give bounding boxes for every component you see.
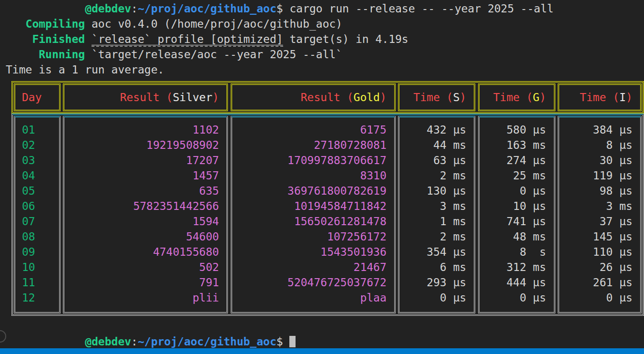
- table-cell-silver: plii: [64, 290, 226, 305]
- table-cell-time_s: 293 µs: [399, 275, 474, 290]
- table-cell-time_i: 110 µs: [559, 244, 640, 260]
- table-cell-time_i: 98 µs: [559, 183, 640, 198]
- prompt-indent: [6, 2, 85, 15]
- prompt-indent: [6, 335, 85, 348]
- terminal-output[interactable]: @debdev:~/proj/aoc/github_aoc$ cargo run…: [0, 0, 644, 316]
- prompt-path: ~/proj/aoc/github_aoc: [138, 2, 276, 15]
- table-cell-day: 08: [15, 229, 59, 244]
- table-cell-time_g: 8 s: [480, 244, 554, 260]
- time-average-note: Time is a 1 run average.: [6, 62, 644, 77]
- table-cell-silver: 635: [64, 183, 226, 198]
- prompt-separator: :: [131, 2, 138, 15]
- terminal-command-line: @debdev:~/proj/aoc/github_aoc$ cargo run…: [6, 1, 644, 16]
- table-cell-day: 04: [15, 168, 59, 183]
- table-cell-silver: 502: [64, 260, 226, 275]
- table-cell-time_g: 312 ms: [480, 260, 554, 275]
- table-cell-gold: 8310: [232, 168, 394, 183]
- cargo-running-text: `target/release/aoc --year 2025 --all`: [85, 48, 342, 61]
- table-cell-day: 06: [15, 198, 59, 214]
- table-cell-gold: 520476725037672: [232, 275, 394, 290]
- table-column-time_i: 384 µs8 µs30 µs119 µs98 µs3 ms37 µs145 µ…: [558, 116, 642, 313]
- table-cell-time_g: 741 µs: [480, 214, 554, 229]
- cargo-profile-link[interactable]: `release` profile [optimized]: [92, 33, 283, 47]
- table-cell-day: 01: [15, 122, 59, 137]
- column-header-accent-time_i: I: [619, 91, 626, 104]
- column-header-accent-gold: Gold: [354, 91, 380, 104]
- table-cell-silver: 791: [64, 275, 226, 290]
- table-column-silver: 1102192195089021720714576355782351442566…: [63, 116, 228, 313]
- table-cell-gold: 107256172: [232, 229, 394, 244]
- table-cell-silver: 19219508902: [64, 137, 226, 153]
- column-header-accent-time_g: G: [533, 91, 540, 104]
- table-cell-time_g: 0 µs: [480, 183, 554, 198]
- column-header-day: Day: [14, 83, 61, 111]
- table-cell-day: 09: [15, 244, 59, 260]
- shell-prompt-line: @debdev:~/proj/aoc/github_aoc$: [6, 335, 296, 348]
- cargo-finished-space: [85, 33, 92, 45]
- status-bar[interactable]: [0, 348, 644, 354]
- table-column-day: 010203040506070809101112: [14, 116, 61, 313]
- results-table: DayResult (Silver)Result (Gold)Time (S)T…: [11, 81, 644, 316]
- table-cell-time_i: 0 µs: [559, 290, 640, 305]
- table-cell-day: 03: [15, 153, 59, 168]
- table-cell-time_i: 37 µs: [559, 214, 640, 229]
- table-column-gold: 6175271807280811709978837066178310369761…: [231, 116, 396, 313]
- table-cell-day: 02: [15, 137, 59, 153]
- table-cell-time_s: 130 µs: [399, 183, 474, 198]
- table-cell-time_s: 6 ms: [399, 260, 474, 275]
- table-cell-gold: 6175: [232, 122, 394, 137]
- column-header-time_s: Time (S): [398, 83, 475, 111]
- table-cell-gold: 170997883706617: [232, 153, 394, 168]
- prompt-user: @debdev: [85, 335, 131, 348]
- column-header-gold: Result (Gold): [231, 83, 396, 111]
- table-cell-time_g: 580 µs: [480, 122, 554, 137]
- table-cell-time_s: 0 µs: [399, 290, 474, 305]
- table-cell-time_i: 30 µs: [559, 153, 640, 168]
- column-header-accent-silver: Silver: [173, 91, 212, 104]
- terminal-cursor: [289, 336, 296, 347]
- table-cell-time_g: 10 µs: [480, 198, 554, 214]
- table-cell-time_i: 145 µs: [559, 229, 640, 244]
- table-cell-gold: 1543501936: [232, 244, 394, 260]
- column-header-time_g: Time (G): [478, 83, 555, 111]
- table-cell-day: 07: [15, 214, 59, 229]
- table-cell-time_g: 0 µs: [480, 290, 554, 305]
- cargo-finished-rest: target(s) in 4.19s: [283, 33, 409, 45]
- table-cell-silver: 1102: [64, 122, 226, 137]
- table-cell-time_s: 63 µs: [399, 153, 474, 168]
- column-header-time_i: Time (I): [558, 83, 642, 111]
- table-cell-day: 05: [15, 183, 59, 198]
- prompt-user: @debdev: [85, 2, 131, 15]
- cargo-finished-label: Finished: [6, 33, 85, 45]
- prompt-separator: :: [131, 335, 138, 348]
- table-cell-time_g: 163 ms: [480, 137, 554, 153]
- table-cell-time_i: 384 µs: [559, 122, 640, 137]
- column-header-accent-time_s: S: [453, 91, 460, 104]
- table-column-time_g: 580 µs163 ms274 µs25 ms0 µs10 µs741 µs48…: [478, 116, 555, 313]
- command-text: cargo run --release -- --year 2025 --all: [289, 2, 553, 15]
- table-cell-time_s: 2 ms: [399, 168, 474, 183]
- table-cell-silver: 1457: [64, 168, 226, 183]
- table-cell-time_g: 444 µs: [480, 275, 554, 290]
- table-cell-time_s: 3 ms: [399, 198, 474, 214]
- cargo-compiling-line: Compiling aoc v0.4.0 (/home/proj/aoc/git…: [6, 16, 644, 31]
- table-cell-time_g: 274 µs: [480, 153, 554, 168]
- table-cell-time_i: 261 µs: [559, 275, 640, 290]
- results-table-header: DayResult (Silver)Result (Gold)Time (S)T…: [11, 81, 644, 114]
- table-cell-day: 11: [15, 275, 59, 290]
- table-cell-gold: 21467: [232, 260, 394, 275]
- table-cell-time_s: 1 ms: [399, 214, 474, 229]
- table-cell-gold: 10194584711842: [232, 198, 394, 214]
- table-cell-day: 10: [15, 260, 59, 275]
- table-cell-silver: 54600: [64, 229, 226, 244]
- table-cell-silver: 17207: [64, 153, 226, 168]
- prompt-path: ~/proj/aoc/github_aoc: [138, 335, 276, 348]
- cargo-compiling-label: Compiling: [6, 18, 85, 30]
- table-cell-gold: 369761800782619: [232, 183, 394, 198]
- table-cell-silver: 4740155680: [64, 244, 226, 260]
- table-cell-time_s: 2 ms: [399, 229, 474, 244]
- table-cell-silver: 1594: [64, 214, 226, 229]
- table-cell-time_s: 432 µs: [399, 122, 474, 137]
- table-cell-day: 12: [15, 290, 59, 305]
- table-cell-time_i: 3 ms: [559, 198, 640, 214]
